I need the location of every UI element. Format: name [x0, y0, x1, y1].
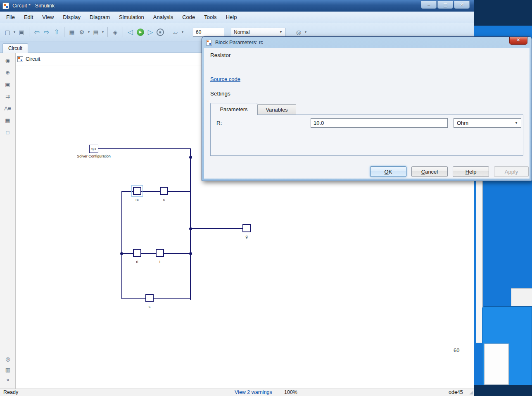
junction-dot: [189, 156, 192, 159]
library-browser-button[interactable]: ▦: [67, 27, 77, 37]
minimize-button[interactable]: –: [421, 1, 437, 9]
menu-diagram[interactable]: Diagram: [85, 12, 114, 22]
resistance-value-input[interactable]: [311, 118, 448, 128]
block-type-heading: Resistor: [210, 52, 231, 58]
maximize-button[interactable]: ▢: [437, 1, 453, 9]
close-button[interactable]: ✕: [454, 1, 470, 9]
up-button[interactable]: ⇧: [52, 27, 62, 37]
scope-caret-icon[interactable]: ▾: [180, 30, 185, 34]
menu-help[interactable]: Help: [221, 12, 242, 22]
stop-button[interactable]: ◼: [155, 27, 165, 37]
window-controls: – ▢ ✕: [421, 1, 470, 9]
wire-g-branch[interactable]: [190, 228, 243, 229]
wire-rc-row[interactable]: [121, 191, 191, 192]
solver-configuration-label: Solver Configuration: [69, 154, 119, 158]
apply-button: Apply: [494, 166, 529, 177]
new-model-icon: ▢: [5, 29, 10, 36]
back-button[interactable]: ⇦: [32, 27, 42, 37]
source-code-link[interactable]: Source code: [210, 76, 240, 82]
menu-view[interactable]: View: [38, 12, 58, 22]
simulation-mode-dropdown[interactable]: Normal ▼: [231, 28, 285, 37]
wire-bottom[interactable]: [121, 298, 191, 299]
status-ready: Ready: [3, 389, 18, 395]
simulation-stop-time-input[interactable]: [193, 28, 224, 37]
model-browser-icon: ▤: [93, 29, 98, 36]
breadcrumb-path[interactable]: Circuit: [26, 56, 40, 62]
forward-button[interactable]: ⇨: [42, 27, 52, 37]
menu-edit[interactable]: Edit: [19, 12, 38, 22]
scope-button[interactable]: ▱: [171, 27, 180, 37]
back-arrow-icon: ⇦: [34, 28, 39, 36]
panel-icon[interactable]: ▥: [3, 365, 12, 374]
toolbar-separator: [168, 27, 168, 37]
step-forward-button[interactable]: ▷: [145, 27, 155, 37]
check-caret-icon[interactable]: ▾: [304, 30, 308, 34]
resize-grip-icon[interactable]: ◢: [470, 390, 473, 395]
tab-parameters[interactable]: Parameters: [210, 103, 257, 115]
tab-variables[interactable]: Variables: [257, 104, 296, 115]
menubar: File Edit View Display Diagram Simulatio…: [0, 12, 474, 23]
toolbar-separator: [107, 27, 108, 37]
menu-display[interactable]: Display: [58, 12, 85, 22]
block-i[interactable]: [156, 249, 164, 257]
unit-dropdown[interactable]: Ohm ▼: [454, 118, 521, 128]
menu-analysis[interactable]: Analysis: [149, 12, 178, 22]
new-model-caret-icon[interactable]: ▾: [12, 30, 17, 34]
ok-button-label: OK: [385, 169, 392, 175]
gear-icon: ⚙: [79, 29, 85, 36]
menu-tools[interactable]: Tools: [200, 12, 221, 22]
ok-button[interactable]: OK: [370, 166, 406, 177]
view-warnings-link[interactable]: View 2 warnings: [235, 389, 272, 395]
dialog-button-row: OK Cancel Help Apply: [204, 166, 530, 177]
image-icon[interactable]: ▦: [3, 116, 12, 124]
block-rc[interactable]: [133, 187, 141, 195]
run-button[interactable]: ▶: [135, 27, 145, 37]
toolbar-separator: [64, 27, 64, 37]
chevrons-icon[interactable]: »: [3, 375, 12, 384]
camera-icon[interactable]: ◎: [3, 355, 12, 363]
tab-circuit[interactable]: Circuit: [2, 43, 28, 53]
wire-left-vertical[interactable]: [121, 191, 122, 299]
save-button[interactable]: ▣: [17, 27, 26, 37]
block-icon: [206, 40, 212, 45]
dialog-title: Block Parameters: rc: [215, 40, 263, 45]
block-s[interactable]: [145, 294, 154, 302]
fit-view-icon[interactable]: ▣: [3, 80, 12, 88]
model-settings-button[interactable]: ⚙: [77, 27, 87, 37]
step-back-button[interactable]: ◁: [126, 27, 135, 37]
new-model-button[interactable]: ▢: [2, 27, 12, 37]
dialog-close-button[interactable]: ✕: [509, 37, 527, 45]
wire-right-vertical[interactable]: [190, 149, 191, 300]
annotation-icon[interactable]: A≡: [3, 104, 12, 112]
wire-top[interactable]: [98, 148, 191, 149]
block-s-label: s: [141, 305, 158, 309]
run-icon: ▶: [137, 29, 144, 36]
browse-icon[interactable]: ◉: [3, 56, 12, 64]
box-icon[interactable]: □: [3, 128, 12, 136]
dialog-tabs: Parameters Variables: [210, 103, 296, 115]
simulation-mode-value: Normal: [234, 29, 250, 35]
menu-file[interactable]: File: [2, 12, 19, 22]
solver-name: ode45: [449, 389, 463, 395]
block-g[interactable]: [242, 224, 251, 232]
block-c[interactable]: [160, 187, 168, 195]
menu-simulation[interactable]: Simulation: [114, 12, 149, 22]
zoom-icon[interactable]: ⊕: [3, 68, 12, 76]
cancel-button[interactable]: Cancel: [411, 166, 448, 177]
menu-code[interactable]: Code: [178, 12, 200, 22]
simulink-app-icon: [2, 2, 9, 9]
direction-icon[interactable]: ⇉: [3, 92, 12, 100]
library-icon: ▦: [69, 29, 74, 36]
background-window-fragment: [482, 306, 532, 385]
solver-configuration-block[interactable]: x) =: [89, 145, 98, 153]
model-browser-button[interactable]: ▤: [91, 27, 101, 37]
block-ri[interactable]: [133, 249, 141, 257]
help-button[interactable]: Help: [453, 166, 489, 177]
build-check-button[interactable]: ◎: [294, 27, 304, 37]
settings-caret-icon[interactable]: ▾: [87, 30, 91, 34]
background-text-60: 60: [454, 347, 459, 353]
connect-button[interactable]: ◈: [110, 27, 120, 37]
browser-caret-icon[interactable]: ▾: [101, 30, 105, 34]
window-title: Circuit * - Simulink: [12, 3, 55, 9]
check-icon: ◎: [296, 29, 301, 36]
